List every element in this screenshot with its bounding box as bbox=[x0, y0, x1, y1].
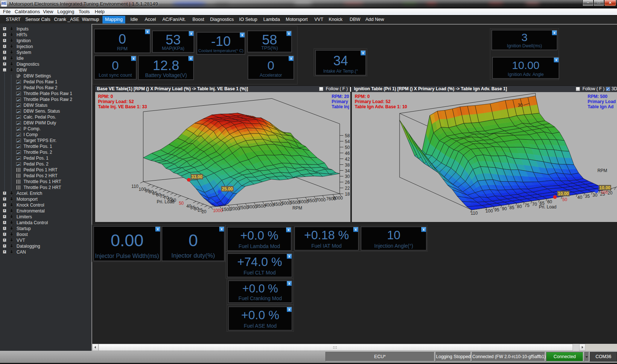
svg-text:95: 95 bbox=[494, 207, 499, 212]
svg-text:RPM: 0: RPM: 0 bbox=[355, 94, 370, 99]
svg-text:30: 30 bbox=[345, 174, 350, 179]
svg-text:90: 90 bbox=[502, 206, 507, 211]
svg-text:54: 54 bbox=[345, 139, 350, 144]
svg-text:80: 80 bbox=[517, 204, 522, 209]
svg-text:46: 46 bbox=[345, 151, 350, 156]
svg-text:34: 34 bbox=[345, 168, 350, 174]
svg-text:10.00: 10.00 bbox=[558, 191, 569, 196]
svg-text:50: 50 bbox=[179, 201, 184, 206]
svg-text:70: 70 bbox=[532, 202, 537, 207]
svg-text:Primary: Primary bbox=[332, 99, 348, 104]
svg-text:38: 38 bbox=[345, 163, 350, 168]
svg-text:100: 100 bbox=[139, 187, 146, 192]
svg-text:22: 22 bbox=[345, 186, 350, 191]
svg-text:30: 30 bbox=[592, 193, 598, 198]
svg-text:Primary Load: 52: Primary Load: 52 bbox=[98, 99, 134, 104]
svg-text:100: 100 bbox=[486, 208, 493, 214]
svg-text:110: 110 bbox=[131, 184, 138, 189]
svg-text:35: 35 bbox=[585, 194, 590, 199]
svg-text:RPM: 0: RPM: 0 bbox=[98, 94, 113, 99]
svg-text:RPM: 20: RPM: 20 bbox=[332, 94, 349, 99]
svg-text:20: 20 bbox=[607, 190, 613, 196]
svg-text:7000: 7000 bbox=[316, 197, 326, 203]
svg-text:Table Ign Ad: Table Ign Ad bbox=[588, 104, 614, 109]
svg-text:RPM: RPM bbox=[598, 168, 607, 173]
svg-text:75: 75 bbox=[524, 203, 530, 208]
svg-text:Table Ign Adv. Base 1: 10: Table Ign Adv. Base 1: 10 bbox=[355, 104, 407, 109]
svg-text:26: 26 bbox=[345, 180, 350, 185]
svg-text:40: 40 bbox=[577, 195, 582, 200]
svg-text:Primary Load: 52: Primary Load: 52 bbox=[355, 99, 391, 104]
svg-text:40: 40 bbox=[187, 204, 192, 209]
svg-text:Table Inj: Table Inj bbox=[332, 104, 349, 109]
svg-text:42: 42 bbox=[345, 157, 350, 162]
svg-text:58: 58 bbox=[345, 133, 350, 138]
svg-text:33.00: 33.00 bbox=[191, 174, 202, 179]
svg-text:50: 50 bbox=[562, 197, 567, 202]
svg-text:Table Inj. VE Base 1: 33: Table Inj. VE Base 1: 33 bbox=[98, 104, 147, 109]
svg-text:85: 85 bbox=[509, 205, 515, 210]
svg-text:18: 18 bbox=[345, 192, 350, 197]
svg-text:30: 30 bbox=[518, 103, 523, 108]
svg-text:500: 500 bbox=[601, 190, 608, 194]
svg-text:50: 50 bbox=[345, 145, 350, 150]
svg-text:8000: 8000 bbox=[333, 196, 343, 201]
svg-text:RPM: RPM bbox=[292, 205, 302, 211]
svg-text:Pri. Load: Pri. Load bbox=[539, 204, 556, 210]
svg-text:RPM: 500: RPM: 500 bbox=[588, 94, 607, 99]
svg-text:60: 60 bbox=[547, 199, 552, 204]
svg-text:Pri. Load: Pri. Load bbox=[157, 199, 174, 204]
svg-text:25.00: 25.00 bbox=[222, 186, 233, 192]
svg-text:Primary Load: Primary Load bbox=[588, 99, 616, 104]
svg-text:10.00: 10.00 bbox=[599, 185, 610, 190]
svg-text:110: 110 bbox=[470, 211, 477, 216]
